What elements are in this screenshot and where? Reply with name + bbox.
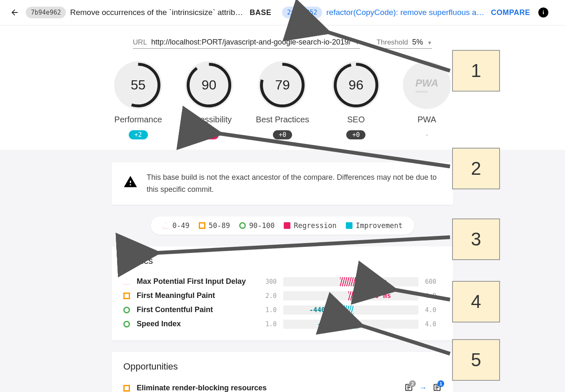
legend-regression: Regression bbox=[284, 221, 336, 230]
metric-max: 4.0 bbox=[425, 306, 442, 314]
gauge-score: 90 bbox=[202, 77, 217, 93]
gauge-seo[interactable]: 96 SEO+0 bbox=[332, 61, 380, 139]
gauge-delta: +2 bbox=[129, 130, 148, 139]
opportunities-card: Opportunities Eliminate render-blocking … bbox=[112, 352, 453, 392]
url-label: URL bbox=[133, 38, 147, 47]
metric-name: First Meaningful Paint bbox=[137, 291, 253, 300]
metric-delta: -271 ms bbox=[318, 320, 345, 328]
gauge-circle: 79 bbox=[258, 61, 306, 109]
arrow-right-icon: → bbox=[419, 384, 427, 392]
metric-bar: +209 ms bbox=[283, 291, 418, 300]
metric-bar: +56 ms bbox=[283, 277, 418, 286]
compare-commit-hash[interactable]: 2f783052 bbox=[282, 7, 322, 18]
metric-delta: -440 ms bbox=[309, 306, 337, 314]
metric-bar: -440 ms bbox=[283, 305, 418, 315]
base-commit-section: 7b94e962 Remove occurrences of the `intr… bbox=[26, 7, 277, 18]
metric-max: 4.0 bbox=[425, 320, 442, 328]
metric-delta: +209 ms bbox=[363, 292, 391, 300]
score-gauges: 55 Performance+2 90 Accessibility-8 79 B… bbox=[0, 57, 565, 150]
gauge-circle: 90 bbox=[185, 61, 233, 109]
warning-icon bbox=[123, 175, 138, 192]
gauge-label: Accessibility bbox=[186, 115, 232, 124]
gauge-label: SEO bbox=[347, 115, 365, 124]
improvement-swatch bbox=[346, 222, 352, 229]
metric-min: 2.0 bbox=[260, 292, 277, 300]
compare-commit-message: refactor(CopyCode): remove superfluous a… bbox=[326, 8, 484, 17]
gauge-score: 55 bbox=[131, 77, 146, 93]
score-legend: 0-49 50-89 90-100 Regression Improvement bbox=[151, 216, 415, 235]
gauge-delta: +0 bbox=[273, 130, 292, 139]
comparison-header: 7b94e962 Remove occurrences of the `intr… bbox=[0, 0, 565, 25]
metric-row[interactable]: Speed Index 1.0 -271 ms 4.0 bbox=[123, 317, 442, 331]
metric-name: First Contentful Paint bbox=[137, 305, 253, 314]
legend-fail: 0-49 bbox=[162, 221, 190, 230]
gauge-delta: - bbox=[419, 130, 435, 139]
gauge-label: Best Practices bbox=[256, 115, 309, 124]
metric-min: 300 bbox=[260, 278, 277, 285]
filter-controls: URL http://localhost:PORT/javascript-and… bbox=[0, 25, 565, 57]
gauge-delta: -8 bbox=[200, 130, 219, 139]
metric-row[interactable]: First Contentful Paint 1.0 -440 ms 4.0 bbox=[123, 303, 442, 317]
gauge-accessibility[interactable]: 90 Accessibility-8 bbox=[185, 61, 233, 139]
info-button[interactable]: i bbox=[538, 7, 548, 17]
chevron-down-icon: ▼ bbox=[427, 40, 432, 46]
pwa-icon: PWA bbox=[415, 77, 438, 89]
threshold-value: 5% bbox=[412, 38, 423, 47]
base-report-icon[interactable]: 2 bbox=[404, 383, 413, 392]
ancestor-warning: This base build is not the exact ancesto… bbox=[112, 162, 453, 205]
cir-icon bbox=[123, 307, 130, 313]
metric-bar: -271 ms bbox=[283, 320, 418, 329]
opportunity-name: Eliminate render-blocking resources bbox=[137, 384, 398, 392]
metric-min: 1.0 bbox=[260, 306, 277, 314]
opportunity-actions: 2 → 1 bbox=[404, 383, 442, 392]
gauge-delta: +0 bbox=[346, 130, 365, 139]
metrics-title: Metrics bbox=[123, 256, 442, 266]
threshold-label: Threshold bbox=[377, 38, 408, 47]
gauge-pwa[interactable]: PWAPWA- bbox=[403, 61, 451, 139]
report-body: This base build is not the exact ancesto… bbox=[0, 150, 565, 392]
metric-row[interactable]: Max Potential First Input Delay 300 +56 … bbox=[123, 275, 442, 289]
metric-max: 4.0 bbox=[425, 292, 442, 300]
sq-icon bbox=[123, 385, 130, 392]
gauge-label: PWA bbox=[418, 115, 436, 124]
url-value: http://localhost:PORT/javascript-and-goo… bbox=[151, 38, 351, 47]
back-button[interactable] bbox=[8, 6, 21, 19]
triangle-icon bbox=[162, 222, 169, 229]
arrow-left-icon bbox=[10, 8, 19, 17]
square-icon bbox=[199, 222, 205, 229]
compare-tag: COMPARE bbox=[491, 8, 530, 17]
gauge-score: 79 bbox=[275, 77, 290, 93]
threshold-selector[interactable]: Threshold 5% ▼ bbox=[377, 38, 432, 49]
gauge-performance[interactable]: 55 Performance+2 bbox=[114, 61, 162, 139]
compare-commit-section: 2f783052 refactor(CopyCode): remove supe… bbox=[282, 7, 533, 18]
circle-icon bbox=[239, 222, 246, 229]
gauge-best-practices[interactable]: 79 Best Practices+0 bbox=[256, 61, 309, 139]
base-commit-message: Remove occurrences of the `intrinsicsize… bbox=[70, 8, 243, 17]
gauge-pwa-circle: PWA bbox=[403, 61, 451, 109]
metric-delta: +56 ms bbox=[363, 278, 387, 285]
opportunities-title: Opportunities bbox=[123, 361, 442, 372]
cir-icon bbox=[123, 321, 130, 327]
metric-min: 1.0 bbox=[260, 320, 277, 328]
url-selector[interactable]: URL http://localhost:PORT/javascript-and… bbox=[133, 38, 360, 49]
chevron-down-icon: ▼ bbox=[355, 40, 360, 46]
legend-average: 50-89 bbox=[199, 221, 230, 230]
base-commit-hash[interactable]: 7b94e962 bbox=[26, 7, 66, 18]
base-tag: BASE bbox=[250, 8, 271, 17]
gauge-score: 96 bbox=[349, 77, 364, 93]
regression-swatch bbox=[284, 222, 290, 229]
gauge-circle: 55 bbox=[114, 61, 162, 109]
metrics-card: Metrics Max Potential First Input Delay … bbox=[112, 246, 453, 340]
compare-report-icon[interactable]: 1 bbox=[432, 383, 442, 392]
metric-max: 600 bbox=[425, 278, 442, 285]
tri-icon bbox=[123, 278, 130, 285]
metric-name: Speed Index bbox=[137, 320, 253, 328]
opportunity-row[interactable]: Eliminate render-blocking resources 2 → … bbox=[123, 380, 442, 392]
sq-icon bbox=[123, 293, 130, 299]
warning-text: This base build is not the exact ancesto… bbox=[147, 171, 442, 196]
legend-improvement: Improvement bbox=[346, 221, 403, 230]
metric-row[interactable]: First Meaningful Paint 2.0 +209 ms 4.0 bbox=[123, 289, 442, 303]
gauge-label: Performance bbox=[114, 115, 162, 124]
gauge-circle: 96 bbox=[332, 61, 380, 109]
legend-pass: 90-100 bbox=[239, 221, 275, 230]
